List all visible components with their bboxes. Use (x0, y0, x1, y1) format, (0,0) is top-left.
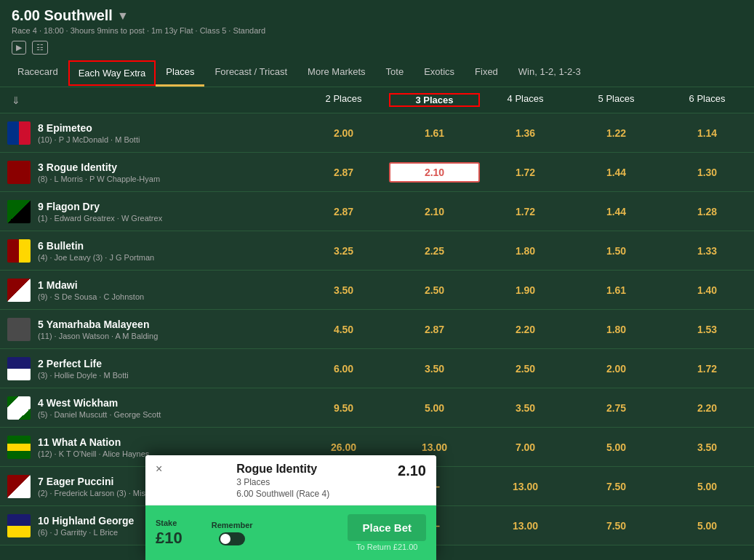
video-icon[interactable]: ▶ (12, 41, 26, 55)
table-header: ⇓ 2 Places 3 Places 4 Places 5 Places 6 … (0, 87, 754, 113)
col-6-places[interactable]: 6 Places (662, 93, 753, 107)
horse-name: Mdawi (47, 279, 78, 291)
odds-cell[interactable]: 1.53 (662, 321, 753, 338)
tab-places[interactable]: Places (156, 59, 204, 87)
odds-cell[interactable]: 1.80 (480, 242, 571, 260)
horse-number: 1 (38, 279, 44, 291)
odds-cell[interactable]: 1.50 (571, 242, 662, 260)
odds-cell[interactable]: 2.25 (389, 242, 480, 260)
odds-cell[interactable]: 1.61 (571, 281, 662, 299)
odds-cell[interactable]: 2.50 (480, 360, 571, 377)
tab-exotics[interactable]: Exotics (414, 59, 465, 87)
horse-name-line: 6Bulletin (38, 240, 154, 252)
horse-meta: (6) · J Garritty · L Brice (38, 528, 134, 537)
bet-popup-info: Rogue Identity 3 Places 6.00 Southwell (… (236, 463, 329, 499)
odds-cell[interactable]: 1.80 (571, 321, 662, 338)
odds-cell[interactable]: 3.25 (298, 242, 389, 260)
tab-more-markets[interactable]: More Markets (297, 59, 375, 87)
sort-icon[interactable]: ⇓ (12, 95, 20, 106)
odds-cell[interactable]: 9.50 (298, 399, 389, 417)
odds-cell[interactable]: 5.00 (662, 517, 753, 535)
stake-value[interactable]: £10 (156, 529, 183, 548)
tab-fixed[interactable]: Fixed (465, 59, 508, 87)
odds-cell[interactable]: 1.33 (662, 242, 753, 260)
odds-cell[interactable]: 2.75 (571, 399, 662, 417)
table-row: 2Perfect Life(3) · Hollie Doyle · M Bott… (0, 349, 754, 388)
odds-cell[interactable]: 1.30 (662, 164, 753, 181)
bet-popup-body: Stake £10 Remember Place Bet To Return £… (145, 505, 436, 560)
odds-cell[interactable]: 2.87 (298, 203, 389, 220)
horse-number: 4 (38, 397, 44, 409)
col-2-places[interactable]: 2 Places (298, 93, 389, 107)
odds-cell[interactable]: 2.20 (480, 321, 571, 338)
horse-details: 6Bulletin(4) · Joe Leavy (3) · J G Portm… (38, 240, 154, 262)
odds-cell[interactable]: 2.00 (571, 360, 662, 377)
odds-cell[interactable]: 3.50 (480, 399, 571, 417)
horse-col-header: ⇓ (0, 93, 298, 107)
race-title: 6.00 Southwell ▼ (12, 7, 742, 24)
tab-win-123[interactable]: Win, 1-2, 1-2-3 (508, 59, 591, 87)
odds-cell[interactable]: 1.22 (571, 124, 662, 142)
horse-meta: (12) · K T O'Neill · Alice Haynes (38, 449, 149, 458)
horse-name: Eager Puccini (47, 476, 114, 487)
odds-cell[interactable]: 1.36 (480, 124, 571, 142)
tab-each-way-extra[interactable]: Each Way Extra (68, 60, 156, 86)
odds-cell[interactable]: 2.50 (389, 281, 480, 299)
tab-racecard[interactable]: Racecard (7, 59, 68, 87)
odds-cell[interactable]: 2.20 (662, 399, 753, 417)
horse-name: What A Nation (52, 436, 121, 448)
horse-number: 3 (38, 161, 44, 173)
odds-cell[interactable]: 1.44 (571, 203, 662, 220)
odds-cell[interactable]: 3.50 (298, 281, 389, 299)
odds-cell[interactable]: 26.00 (298, 439, 389, 456)
odds-cell[interactable]: 3.50 (389, 360, 480, 377)
odds-cell[interactable]: 1.40 (662, 281, 753, 299)
odds-cell[interactable]: 2.87 (389, 321, 480, 338)
odds-cell[interactable]: 13.00 (480, 478, 571, 495)
horse-name-line: 2Perfect Life (38, 358, 129, 369)
place-bet-button[interactable]: Place Bet (348, 514, 426, 541)
odds-cell[interactable]: 5.00 (571, 439, 662, 456)
horse-name-line: 5Yamarhaba Malayeen (38, 319, 158, 330)
odds-cell[interactable]: 13.00 (480, 517, 571, 535)
remember-toggle[interactable] (219, 532, 245, 545)
close-icon[interactable]: × (156, 463, 162, 476)
odds-cell[interactable]: 1.28 (662, 203, 753, 220)
col-4-places[interactable]: 4 Places (480, 93, 571, 107)
chevron-down-icon[interactable]: ▼ (117, 9, 129, 23)
card-icon[interactable]: ☷ (32, 41, 48, 55)
odds-cell[interactable]: 2.10 (389, 162, 480, 183)
horse-name-line: 9Flagon Dry (38, 201, 162, 212)
odds-cell[interactable]: 5.00 (389, 399, 480, 417)
odds-cell[interactable]: 1.61 (389, 124, 480, 142)
tab-forecast-tricast[interactable]: Forecast / Tricast (204, 59, 297, 87)
odds-cell[interactable]: 2.87 (298, 164, 389, 181)
odds-cell[interactable]: 1.72 (480, 164, 571, 181)
table-row: 5Yamarhaba Malayeen(11) · Jason Watson ·… (0, 310, 754, 349)
col-3-places[interactable]: 3 Places (389, 93, 480, 107)
odds-cell[interactable]: 1.72 (480, 203, 571, 220)
odds-cell[interactable]: 1.44 (571, 164, 662, 181)
odds-cell[interactable]: 1.14 (662, 124, 753, 142)
odds-cell[interactable]: 3.50 (662, 439, 753, 456)
odds-cell[interactable]: 2.10 (389, 203, 480, 220)
col-5-places[interactable]: 5 Places (571, 93, 662, 107)
odds-cell[interactable]: 4.50 (298, 321, 389, 338)
horse-info: 9Flagon Dry(1) · Edward Greatrex · W Gre… (0, 194, 298, 229)
horse-number: 8 (38, 122, 44, 134)
odds-cell[interactable]: 1.72 (662, 360, 753, 377)
odds-cell[interactable]: 7.50 (571, 517, 662, 535)
odds-cell[interactable]: 7.00 (480, 439, 571, 456)
odds-cell[interactable]: 5.00 (662, 478, 753, 495)
tab-tote[interactable]: Tote (376, 59, 414, 87)
odds-cell[interactable]: 13.00 (389, 439, 480, 456)
stake-section: Stake £10 (156, 519, 183, 548)
odds-cell[interactable]: 2.00 (298, 124, 389, 142)
horse-details: 11What A Nation(12) · K T O'Neill · Alic… (38, 436, 149, 458)
odds-cell[interactable]: 1.90 (480, 281, 571, 299)
odds-cell[interactable]: 6.00 (298, 360, 389, 377)
odds-cell[interactable]: 7.50 (571, 478, 662, 495)
horse-name: Highland George (52, 515, 135, 527)
race-title-text: 6.00 Southwell (12, 7, 113, 24)
bet-popup-horse-name: Rogue Identity (236, 463, 329, 476)
